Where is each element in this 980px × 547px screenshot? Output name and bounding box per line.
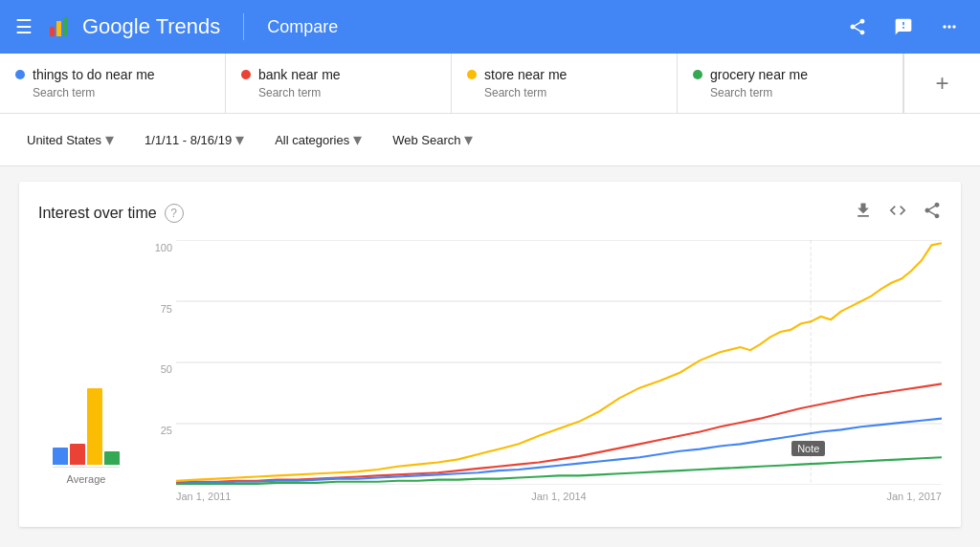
average-label: Average	[67, 473, 106, 485]
svg-rect-0	[50, 27, 55, 36]
filter-row: United States ▾ 1/1/11 - 8/16/19 ▾ All c…	[0, 114, 980, 166]
search-type-label: Web Search	[392, 133, 460, 147]
search-term-bank[interactable]: bank near me Search term	[226, 54, 452, 113]
chart-header: Interest over time ?	[38, 201, 942, 225]
term-dot-blue	[15, 70, 25, 79]
search-term-things-to-do[interactable]: things to do near me Search term	[0, 54, 226, 113]
category-label: All categories	[275, 133, 349, 147]
country-label: United States	[27, 133, 101, 147]
mini-bar-red	[70, 444, 85, 465]
apps-icon[interactable]	[934, 11, 965, 42]
help-icon[interactable]: ?	[165, 204, 184, 223]
country-filter[interactable]: United States ▾	[19, 125, 122, 154]
search-type-filter[interactable]: Web Search ▾	[385, 125, 480, 154]
download-icon[interactable]	[854, 201, 873, 225]
header-logo-text: Google Trends	[82, 14, 220, 39]
mini-bar-green	[104, 451, 120, 465]
x-label-2014: Jan 1, 2014	[531, 491, 587, 502]
mini-bars	[53, 353, 120, 468]
chart-title: Interest over time	[38, 205, 157, 222]
share-chart-icon[interactable]	[923, 201, 942, 225]
embed-icon[interactable]	[888, 201, 907, 225]
term-label-2: bank near me	[241, 67, 435, 82]
header-page-title: Compare	[267, 17, 338, 37]
main-content: Interest over time ?	[0, 166, 980, 542]
term-dot-green	[693, 70, 702, 79]
line-bank	[176, 383, 942, 482]
chart-actions	[854, 201, 942, 225]
search-terms-row: things to do near me Search term bank ne…	[0, 54, 980, 114]
google-trends-logo-icon	[48, 13, 75, 40]
country-chevron-icon: ▾	[105, 129, 114, 150]
y-label-100: 100	[142, 242, 176, 253]
chart-title-row: Interest over time ?	[38, 204, 184, 223]
x-label-2017: Jan 1, 2017	[887, 491, 943, 502]
svg-rect-1	[56, 21, 61, 36]
term-dot-red	[241, 70, 251, 79]
svg-rect-2	[63, 17, 68, 36]
category-chevron-icon: ▾	[353, 129, 362, 150]
term-sublabel-1: Search term	[15, 86, 210, 99]
line-chart-container: 100 75 50 25	[142, 240, 942, 508]
search-term-grocery[interactable]: grocery near me Search term	[678, 54, 903, 113]
date-chevron-icon: ▾	[235, 129, 244, 150]
chart-area: Average 100 75 50 25	[38, 240, 942, 508]
term-label-3: store near me	[467, 67, 661, 82]
add-search-term-button[interactable]: +	[903, 54, 980, 113]
share-icon[interactable]	[842, 11, 873, 42]
y-label-75: 75	[142, 303, 176, 315]
mini-bar-yellow	[87, 388, 102, 465]
term-label-1: things to do near me	[15, 67, 210, 82]
chart-plot: Note	[176, 240, 942, 485]
y-axis-labels: 100 75 50 25	[142, 240, 176, 485]
date-label: 1/1/11 - 8/16/19	[145, 133, 232, 147]
y-label-50: 50	[142, 363, 176, 375]
term-dot-yellow	[467, 70, 477, 79]
header: ☰ Google Trends Compare	[0, 0, 980, 54]
term-sublabel-3: Search term	[467, 86, 661, 99]
feedback-icon[interactable]	[888, 11, 919, 42]
interest-over-time-card: Interest over time ?	[19, 182, 961, 527]
chart-svg	[176, 240, 942, 485]
term-sublabel-4: Search term	[693, 86, 887, 99]
x-axis-labels: Jan 1, 2011 Jan 1, 2014 Jan 1, 2017	[176, 485, 942, 508]
y-label-25: 25	[142, 425, 176, 436]
average-mini-chart: Average	[38, 240, 134, 508]
term-sublabel-2: Search term	[241, 86, 435, 99]
x-label-2011: Jan 1, 2011	[176, 491, 232, 502]
header-icons	[842, 11, 965, 42]
header-logo: Google Trends	[48, 13, 220, 40]
svg-rect-3	[70, 13, 75, 36]
date-filter[interactable]: 1/1/11 - 8/16/19 ▾	[137, 125, 252, 154]
search-term-store[interactable]: store near me Search term	[452, 54, 678, 113]
term-label-4: grocery near me	[693, 67, 887, 82]
menu-icon[interactable]: ☰	[15, 15, 33, 38]
search-type-chevron-icon: ▾	[464, 129, 473, 150]
category-filter[interactable]: All categories ▾	[267, 125, 369, 154]
header-divider	[243, 13, 244, 40]
mini-bar-blue	[53, 448, 68, 465]
